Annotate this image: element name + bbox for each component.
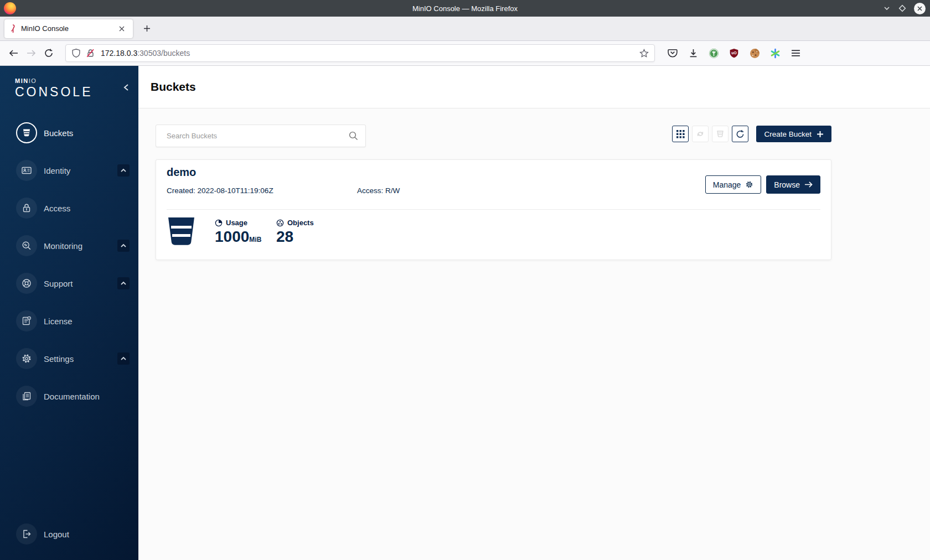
green-extension-icon[interactable]: [708, 48, 719, 59]
window-close-icon[interactable]: [914, 3, 926, 14]
delete-buckets-button: [712, 126, 728, 142]
card-divider: [167, 209, 820, 210]
bucket-access: Access: R/W: [357, 186, 400, 195]
page-header: Buckets: [138, 66, 930, 108]
sidebar-label-buckets: Buckets: [44, 128, 130, 138]
lock-user-icon: [16, 198, 37, 219]
settings-chevron-up-icon[interactable]: [117, 352, 130, 365]
url-bar[interactable]: 172.18.0.3:30503/buckets: [65, 44, 655, 62]
pocket-icon[interactable]: [667, 48, 678, 59]
logo-brand-light: IO: [29, 77, 37, 84]
gear-icon: [16, 348, 37, 369]
sidebar-item-buckets[interactable]: Buckets: [0, 114, 138, 152]
license-icon: [16, 310, 37, 331]
browse-label: Browse: [774, 180, 800, 189]
sidebar-item-logout[interactable]: Logout: [0, 515, 138, 553]
support-icon: [16, 273, 37, 294]
window-titlebar: MinIO Console — Mozilla Firefox: [0, 0, 930, 17]
colorful-asterisk-extension-icon[interactable]: [769, 48, 781, 59]
logout-icon: [16, 523, 37, 545]
sidebar-item-settings[interactable]: Settings: [0, 340, 138, 377]
menu-hamburger-icon[interactable]: [790, 48, 801, 59]
sidebar-label-monitoring: Monitoring: [44, 241, 117, 251]
search-input[interactable]: [156, 125, 366, 147]
bucket-name-link[interactable]: demo: [167, 166, 196, 179]
sidebar: MINIO CONSOLE Buckets Identity: [0, 66, 138, 560]
usage-value: 1000: [215, 228, 249, 245]
logo-product: CONSOLE: [15, 86, 92, 98]
sidebar-label-identity: Identity: [44, 166, 117, 175]
browser-tab[interactable]: MinIO Console: [4, 19, 133, 38]
tab-title: MinIO Console: [21, 24, 115, 33]
sidebar-label-access: Access: [44, 204, 130, 213]
sidebar-label-settings: Settings: [44, 354, 117, 364]
create-bucket-button[interactable]: Create Bucket: [756, 126, 831, 142]
minio-favicon-icon: [9, 24, 17, 33]
search-icon: [349, 131, 358, 141]
manage-button[interactable]: Manage: [705, 175, 762, 194]
id-card-icon: [16, 160, 37, 181]
usage-label: Usage: [226, 219, 247, 227]
objects-metric: Objects 28: [276, 219, 314, 246]
usage-pie-icon: [215, 219, 223, 227]
forward-button[interactable]: [22, 44, 40, 62]
url-path: :30503/buckets: [137, 49, 190, 58]
minio-console-logo: MINIO CONSOLE: [15, 78, 92, 98]
reload-button[interactable]: [40, 44, 58, 62]
downloads-icon[interactable]: [688, 48, 699, 59]
page-title: Buckets: [151, 80, 196, 94]
documentation-icon: [16, 386, 37, 407]
objects-label: Objects: [287, 219, 314, 227]
support-chevron-up-icon[interactable]: [117, 277, 130, 289]
window-minimize-icon[interactable]: [883, 4, 891, 12]
cookie-extension-icon[interactable]: [749, 48, 760, 59]
new-tab-button[interactable]: [138, 20, 155, 37]
bucket-card[interactable]: demo Created: 2022-08-10T11:19:06Z Acces…: [156, 159, 831, 260]
bookmark-star-icon[interactable]: [639, 49, 649, 58]
bucket-icon: [16, 122, 37, 143]
sidebar-label-support: Support: [44, 279, 117, 288]
browser-toolbar: 172.18.0.3:30503/buckets uO: [0, 41, 930, 66]
replication-sync-button: [692, 126, 709, 142]
url-text: 172.18.0.3:30503/buckets: [101, 49, 639, 58]
ublock-origin-icon[interactable]: uO: [728, 48, 740, 59]
monitoring-chevron-up-icon[interactable]: [117, 240, 130, 252]
insecure-lock-icon[interactable]: [86, 48, 95, 58]
identity-chevron-up-icon[interactable]: [117, 164, 130, 177]
back-button[interactable]: [4, 44, 22, 62]
bucket-large-icon: [167, 216, 196, 246]
arrow-right-icon: [804, 181, 813, 188]
sidebar-item-identity[interactable]: Identity: [0, 152, 138, 189]
manage-gear-icon: [745, 180, 753, 189]
sidebar-label-documentation: Documentation: [44, 392, 130, 401]
refresh-button[interactable]: [732, 126, 748, 142]
tab-close-icon[interactable]: [115, 22, 128, 35]
bucket-meta: Created: 2022-08-10T11:19:06Z Access: R/…: [167, 186, 400, 195]
manage-label: Manage: [713, 180, 741, 189]
sidebar-collapse-icon[interactable]: [123, 84, 130, 91]
url-host: 172.18.0.3: [101, 49, 137, 58]
grid-view-button[interactable]: [672, 126, 689, 142]
sidebar-item-documentation[interactable]: Documentation: [0, 377, 138, 415]
plus-icon: [817, 131, 824, 138]
usage-metric: Usage 1000MiB: [215, 219, 261, 246]
create-bucket-label: Create Bucket: [764, 130, 812, 138]
logo-brand-bold: MIN: [15, 77, 29, 84]
sidebar-item-license[interactable]: License: [0, 302, 138, 340]
objects-icon: [276, 219, 284, 227]
bucket-created: Created: 2022-08-10T11:19:06Z: [167, 186, 357, 195]
tracking-shield-icon[interactable]: [71, 48, 81, 58]
objects-value: 28: [276, 229, 314, 246]
sidebar-label-license: License: [44, 317, 130, 326]
monitoring-search-icon: [16, 235, 37, 256]
sidebar-item-support[interactable]: Support: [0, 265, 138, 302]
window-maximize-icon[interactable]: [898, 4, 906, 12]
svg-text:uO: uO: [731, 51, 736, 55]
sidebar-item-access[interactable]: Access: [0, 189, 138, 227]
sidebar-item-monitoring[interactable]: Monitoring: [0, 227, 138, 265]
window-title: MinIO Console — Mozilla Firefox: [0, 4, 930, 13]
tab-bar: MinIO Console: [0, 17, 930, 41]
usage-unit: MiB: [249, 236, 261, 243]
browse-button[interactable]: Browse: [766, 175, 820, 194]
sidebar-label-logout: Logout: [44, 530, 130, 539]
